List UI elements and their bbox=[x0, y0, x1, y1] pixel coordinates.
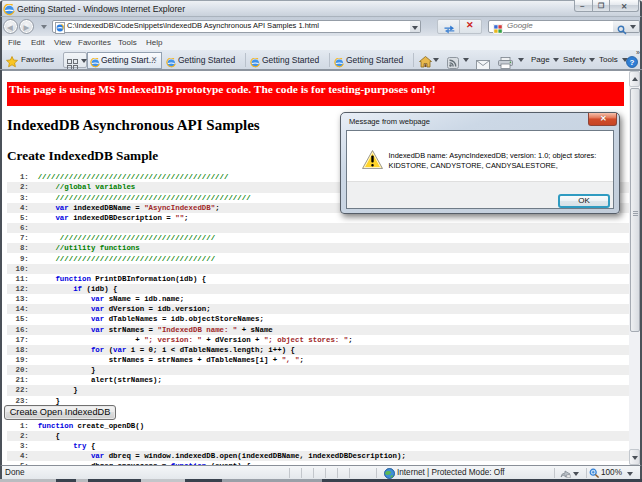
svg-text:?: ? bbox=[630, 58, 635, 67]
